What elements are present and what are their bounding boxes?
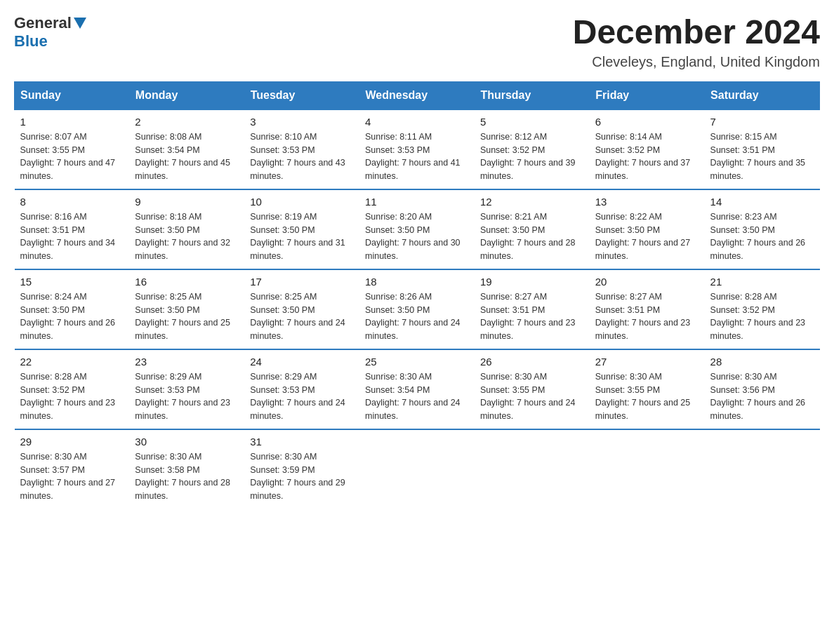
day-cell: 13Sunrise: 8:22 AMSunset: 3:50 PMDayligh… xyxy=(590,189,705,269)
day-number: 17 xyxy=(250,276,354,288)
calendar-table: SundayMondayTuesdayWednesdayThursdayFrid… xyxy=(14,81,820,509)
day-info: Sunrise: 8:29 AMSunset: 3:53 PMDaylight:… xyxy=(250,370,354,423)
title-section: December 2024 Cleveleys, England, United… xyxy=(573,14,820,70)
day-number: 29 xyxy=(20,436,124,448)
day-info: Sunrise: 8:14 AMSunset: 3:52 PMDaylight:… xyxy=(595,130,699,183)
day-number: 14 xyxy=(710,196,814,208)
day-info: Sunrise: 8:30 AMSunset: 3:55 PMDaylight:… xyxy=(480,370,584,423)
day-number: 31 xyxy=(250,436,354,448)
day-number: 25 xyxy=(365,356,469,368)
day-number: 6 xyxy=(595,116,699,128)
day-number: 12 xyxy=(480,196,584,208)
calendar-header: SundayMondayTuesdayWednesdayThursdayFrid… xyxy=(15,81,820,109)
day-info: Sunrise: 8:27 AMSunset: 3:51 PMDaylight:… xyxy=(480,290,584,343)
day-info: Sunrise: 8:19 AMSunset: 3:50 PMDaylight:… xyxy=(250,210,354,263)
day-number: 26 xyxy=(480,356,584,368)
day-cell: 17Sunrise: 8:25 AMSunset: 3:50 PMDayligh… xyxy=(244,269,359,349)
header-day-friday: Friday xyxy=(590,81,705,109)
page-header: General Blue December 2024 Cleveleys, En… xyxy=(14,14,820,70)
day-info: Sunrise: 8:30 AMSunset: 3:58 PMDaylight:… xyxy=(135,450,239,503)
location-subtitle: Cleveleys, England, United Kingdom xyxy=(573,54,820,70)
day-info: Sunrise: 8:18 AMSunset: 3:50 PMDaylight:… xyxy=(135,210,239,263)
week-row-4: 22Sunrise: 8:28 AMSunset: 3:52 PMDayligh… xyxy=(15,349,820,429)
header-day-thursday: Thursday xyxy=(475,81,590,109)
week-row-1: 1Sunrise: 8:07 AMSunset: 3:55 PMDaylight… xyxy=(15,109,820,189)
logo: General Blue xyxy=(14,14,86,51)
day-info: Sunrise: 8:12 AMSunset: 3:52 PMDaylight:… xyxy=(480,130,584,183)
day-cell: 20Sunrise: 8:27 AMSunset: 3:51 PMDayligh… xyxy=(590,269,705,349)
day-cell: 7Sunrise: 8:15 AMSunset: 3:51 PMDaylight… xyxy=(705,109,820,189)
day-number: 20 xyxy=(595,276,699,288)
day-info: Sunrise: 8:15 AMSunset: 3:51 PMDaylight:… xyxy=(710,130,814,183)
day-cell: 25Sunrise: 8:30 AMSunset: 3:54 PMDayligh… xyxy=(359,349,475,429)
day-cell: 9Sunrise: 8:18 AMSunset: 3:50 PMDaylight… xyxy=(129,189,244,269)
header-row: SundayMondayTuesdayWednesdayThursdayFrid… xyxy=(15,81,820,109)
day-info: Sunrise: 8:24 AMSunset: 3:50 PMDaylight:… xyxy=(20,290,124,343)
day-info: Sunrise: 8:25 AMSunset: 3:50 PMDaylight:… xyxy=(135,290,239,343)
day-cell: 28Sunrise: 8:30 AMSunset: 3:56 PMDayligh… xyxy=(705,349,820,429)
day-info: Sunrise: 8:21 AMSunset: 3:50 PMDaylight:… xyxy=(480,210,584,263)
day-number: 19 xyxy=(480,276,584,288)
header-day-sunday: Sunday xyxy=(15,81,130,109)
day-number: 3 xyxy=(250,116,354,128)
week-row-2: 8Sunrise: 8:16 AMSunset: 3:51 PMDaylight… xyxy=(15,189,820,269)
day-cell: 8Sunrise: 8:16 AMSunset: 3:51 PMDaylight… xyxy=(15,189,130,269)
logo-blue-text: Blue xyxy=(14,32,48,50)
day-cell: 11Sunrise: 8:20 AMSunset: 3:50 PMDayligh… xyxy=(359,189,475,269)
day-number: 11 xyxy=(365,196,469,208)
day-cell: 10Sunrise: 8:19 AMSunset: 3:50 PMDayligh… xyxy=(244,189,359,269)
day-number: 1 xyxy=(20,116,124,128)
header-day-monday: Monday xyxy=(129,81,244,109)
day-cell: 29Sunrise: 8:30 AMSunset: 3:57 PMDayligh… xyxy=(15,429,130,509)
day-info: Sunrise: 8:30 AMSunset: 3:55 PMDaylight:… xyxy=(595,370,699,423)
day-info: Sunrise: 8:22 AMSunset: 3:50 PMDaylight:… xyxy=(595,210,699,263)
day-number: 7 xyxy=(710,116,814,128)
day-number: 2 xyxy=(135,116,239,128)
day-number: 18 xyxy=(365,276,469,288)
day-cell: 3Sunrise: 8:10 AMSunset: 3:53 PMDaylight… xyxy=(244,109,359,189)
day-cell: 18Sunrise: 8:26 AMSunset: 3:50 PMDayligh… xyxy=(359,269,475,349)
day-info: Sunrise: 8:29 AMSunset: 3:53 PMDaylight:… xyxy=(135,370,239,423)
day-cell xyxy=(590,429,705,509)
day-cell: 22Sunrise: 8:28 AMSunset: 3:52 PMDayligh… xyxy=(15,349,130,429)
week-row-3: 15Sunrise: 8:24 AMSunset: 3:50 PMDayligh… xyxy=(15,269,820,349)
week-row-5: 29Sunrise: 8:30 AMSunset: 3:57 PMDayligh… xyxy=(15,429,820,509)
logo-triangle-icon xyxy=(74,18,86,29)
header-day-wednesday: Wednesday xyxy=(359,81,475,109)
day-info: Sunrise: 8:25 AMSunset: 3:50 PMDaylight:… xyxy=(250,290,354,343)
day-number: 24 xyxy=(250,356,354,368)
day-cell: 21Sunrise: 8:28 AMSunset: 3:52 PMDayligh… xyxy=(705,269,820,349)
day-info: Sunrise: 8:28 AMSunset: 3:52 PMDaylight:… xyxy=(20,370,124,423)
day-info: Sunrise: 8:30 AMSunset: 3:56 PMDaylight:… xyxy=(710,370,814,423)
day-cell: 19Sunrise: 8:27 AMSunset: 3:51 PMDayligh… xyxy=(475,269,590,349)
day-cell: 23Sunrise: 8:29 AMSunset: 3:53 PMDayligh… xyxy=(129,349,244,429)
day-number: 27 xyxy=(595,356,699,368)
day-number: 13 xyxy=(595,196,699,208)
day-number: 15 xyxy=(20,276,124,288)
day-cell: 24Sunrise: 8:29 AMSunset: 3:53 PMDayligh… xyxy=(244,349,359,429)
day-number: 22 xyxy=(20,356,124,368)
calendar-body: 1Sunrise: 8:07 AMSunset: 3:55 PMDaylight… xyxy=(15,109,820,509)
day-number: 10 xyxy=(250,196,354,208)
day-cell: 4Sunrise: 8:11 AMSunset: 3:53 PMDaylight… xyxy=(359,109,475,189)
day-number: 23 xyxy=(135,356,239,368)
day-cell xyxy=(359,429,475,509)
day-number: 21 xyxy=(710,276,814,288)
day-info: Sunrise: 8:28 AMSunset: 3:52 PMDaylight:… xyxy=(710,290,814,343)
day-cell: 6Sunrise: 8:14 AMSunset: 3:52 PMDaylight… xyxy=(590,109,705,189)
month-title: December 2024 xyxy=(573,14,820,51)
day-info: Sunrise: 8:30 AMSunset: 3:57 PMDaylight:… xyxy=(20,450,124,503)
day-info: Sunrise: 8:26 AMSunset: 3:50 PMDaylight:… xyxy=(365,290,469,343)
day-info: Sunrise: 8:11 AMSunset: 3:53 PMDaylight:… xyxy=(365,130,469,183)
day-cell: 26Sunrise: 8:30 AMSunset: 3:55 PMDayligh… xyxy=(475,349,590,429)
logo-general-text: General xyxy=(14,14,72,32)
day-info: Sunrise: 8:23 AMSunset: 3:50 PMDaylight:… xyxy=(710,210,814,263)
day-cell: 30Sunrise: 8:30 AMSunset: 3:58 PMDayligh… xyxy=(129,429,244,509)
header-day-saturday: Saturday xyxy=(705,81,820,109)
day-number: 28 xyxy=(710,356,814,368)
day-info: Sunrise: 8:07 AMSunset: 3:55 PMDaylight:… xyxy=(20,130,124,183)
header-day-tuesday: Tuesday xyxy=(244,81,359,109)
day-info: Sunrise: 8:20 AMSunset: 3:50 PMDaylight:… xyxy=(365,210,469,263)
day-cell: 2Sunrise: 8:08 AMSunset: 3:54 PMDaylight… xyxy=(129,109,244,189)
day-cell: 31Sunrise: 8:30 AMSunset: 3:59 PMDayligh… xyxy=(244,429,359,509)
